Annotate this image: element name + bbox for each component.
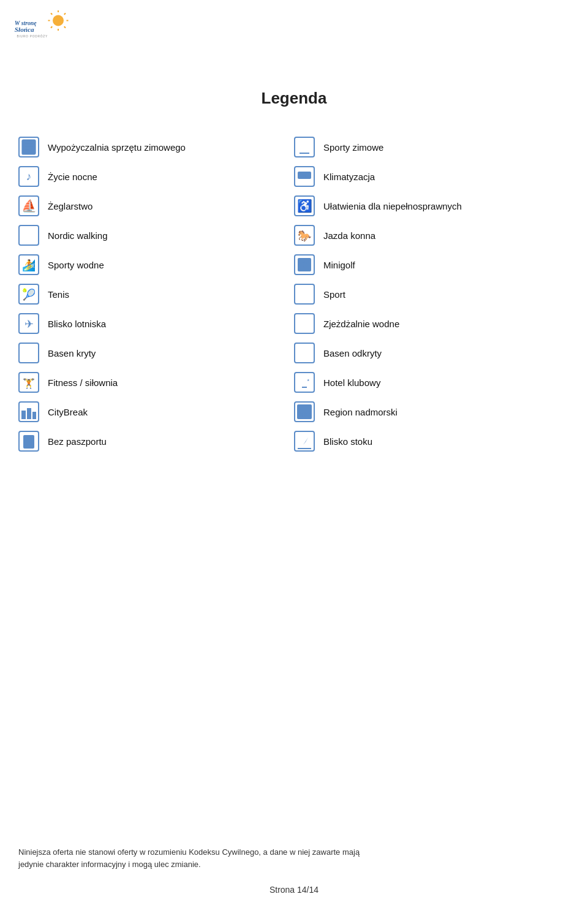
right-column: Sporty zimowe AC Klimatyzacja ♿ — [294, 132, 570, 456]
svg-text:🐎: 🐎 — [298, 229, 312, 243]
ac-label: Klimatyzacja — [323, 172, 375, 182]
seaside-label: Region nadmorski — [323, 407, 398, 417]
svg-line-23 — [25, 233, 32, 236]
ski-rental-label: Wypożyczalnia sprzętu zimowego — [48, 142, 186, 153]
list-item: ✈ Blisko lotniska — [18, 309, 294, 338]
list-item: ⛵ Żeglarstwo — [18, 191, 294, 221]
night-life-icon: ♪ — [18, 166, 39, 187]
list-item: Basen kryty — [18, 338, 294, 368]
fitness-icon: 🏋 — [18, 372, 39, 393]
airport-icon: ✈ — [18, 313, 39, 334]
svg-line-40 — [304, 143, 307, 148]
sport-icon — [294, 284, 315, 305]
ski-slope-icon — [294, 431, 315, 452]
svg-rect-36 — [26, 438, 32, 442]
svg-line-25 — [32, 236, 34, 242]
airport-label: Blisko lotniska — [48, 319, 106, 329]
svg-text:♿: ♿ — [297, 199, 312, 213]
footer-page: Strona 14/14 — [0, 885, 588, 895]
indoor-pool-icon — [18, 343, 39, 363]
svg-line-43 — [302, 145, 308, 147]
footer-note-line2: jedynie charakter informacyjny i mogą ul… — [18, 858, 570, 871]
list-item: SKI Wypożyczalnia sprzętu zimowego — [18, 132, 294, 162]
list-item: AC Klimatyzacja — [294, 162, 570, 191]
ski-rental-icon: SKI — [18, 137, 39, 157]
svg-rect-70 — [297, 404, 312, 419]
winter-sports-label: Sporty zimowe — [323, 142, 383, 153]
svg-text:⛵: ⛵ — [21, 199, 37, 213]
list-item: Basen odkryty — [294, 338, 570, 368]
indoor-pool-label: Basen kryty — [48, 348, 96, 358]
svg-point-72 — [307, 434, 310, 438]
citybreak-label: CityBreak — [48, 407, 88, 417]
footer-note: Niniejsza oferta nie stanowi oferty w ro… — [0, 846, 588, 870]
svg-point-39 — [305, 140, 309, 143]
svg-line-41 — [302, 148, 304, 152]
svg-line-56 — [303, 290, 304, 296]
svg-line-59 — [301, 292, 307, 294]
svg-rect-32 — [27, 408, 31, 419]
svg-text:AC: AC — [301, 173, 307, 178]
list-item: Region nadmorski — [294, 397, 570, 426]
list-item: ♿ Ułatwienia dla niepełnosprawnych — [294, 191, 570, 221]
svg-point-55 — [303, 287, 306, 290]
night-life-label: Życie nocne — [48, 172, 97, 182]
svg-text:1.: 1. — [303, 265, 306, 269]
water-sports-label: Sporty wodne — [48, 260, 104, 270]
svg-text:🎾: 🎾 — [22, 288, 36, 301]
club-hotel-label: Hotel klubowy — [323, 377, 380, 388]
left-column: SKI Wypożyczalnia sprzętu zimowego ♪ Życ… — [18, 132, 294, 456]
water-slides-label: Zjeżdżalnie wodne — [323, 319, 399, 329]
citybreak-icon — [18, 401, 39, 422]
club-hotel-icon: ★ — [294, 372, 315, 393]
svg-rect-33 — [32, 412, 36, 419]
horse-riding-label: Jazda konna — [323, 230, 375, 241]
nordic-walking-label: Nordic walking — [48, 230, 108, 241]
list-item: 🏄 Sporty wodne — [18, 250, 294, 279]
minigolf-label: Minigolf — [323, 260, 355, 270]
svg-point-19 — [27, 229, 31, 232]
legend-section: SKI Wypożyczalnia sprzętu zimowego ♪ Życ… — [0, 132, 588, 456]
ski-slope-label: Blisko stoku — [323, 436, 372, 447]
list-item: Zjeżdżalnie wodne — [294, 309, 570, 338]
svg-line-42 — [304, 148, 308, 151]
nordic-walking-icon — [18, 225, 39, 246]
list-item: Bez paszportu — [18, 426, 294, 456]
svg-line-8 — [51, 13, 52, 15]
svg-point-61 — [307, 346, 311, 350]
ac-icon: AC — [294, 166, 315, 187]
header: W stronę Słońca BIURO PODRÓŻY — [0, 0, 588, 52]
outdoor-pool-icon — [294, 343, 315, 363]
svg-point-29 — [27, 347, 31, 351]
list-item: 🏋 Fitness / siłownia — [18, 368, 294, 397]
list-item: Sport — [294, 279, 570, 309]
logo-container: W stronę Słońca BIURO PODRÓŻY — [12, 6, 576, 46]
svg-line-4 — [64, 26, 66, 28]
svg-text:🏄: 🏄 — [22, 259, 36, 272]
list-item: ★ Hotel klubowy — [294, 368, 570, 397]
tennis-label: Tenis — [48, 289, 69, 300]
svg-point-0 — [53, 15, 64, 26]
no-passport-label: Bez paszportu — [48, 436, 107, 447]
disabled-label: Ułatwienia dla niepełnosprawnych — [323, 201, 462, 211]
list-item: Nordic walking — [18, 221, 294, 250]
no-passport-icon — [18, 431, 39, 452]
svg-text:Słońca: Słońca — [15, 26, 34, 33]
list-item: mini 1. Minigolf — [294, 250, 570, 279]
svg-text:SKI: SKI — [26, 139, 31, 143]
svg-line-63 — [311, 346, 312, 346]
svg-point-60 — [299, 318, 303, 322]
list-item: Blisko stoku — [294, 426, 570, 456]
disabled-icon: ♿ — [294, 195, 315, 216]
list-item: ♪ Życie nocne — [18, 162, 294, 191]
winter-sports-icon — [294, 137, 315, 157]
svg-line-24 — [23, 233, 25, 240]
tennis-icon: 🎾 — [18, 284, 39, 305]
svg-line-2 — [64, 13, 66, 15]
svg-line-57 — [301, 296, 303, 300]
svg-rect-31 — [21, 411, 26, 419]
horse-riding-icon: 🐎 — [294, 225, 315, 246]
seaside-icon — [294, 401, 315, 422]
svg-text:🏋: 🏋 — [23, 377, 35, 389]
list-item: 🐎 Jazda konna — [294, 221, 570, 250]
